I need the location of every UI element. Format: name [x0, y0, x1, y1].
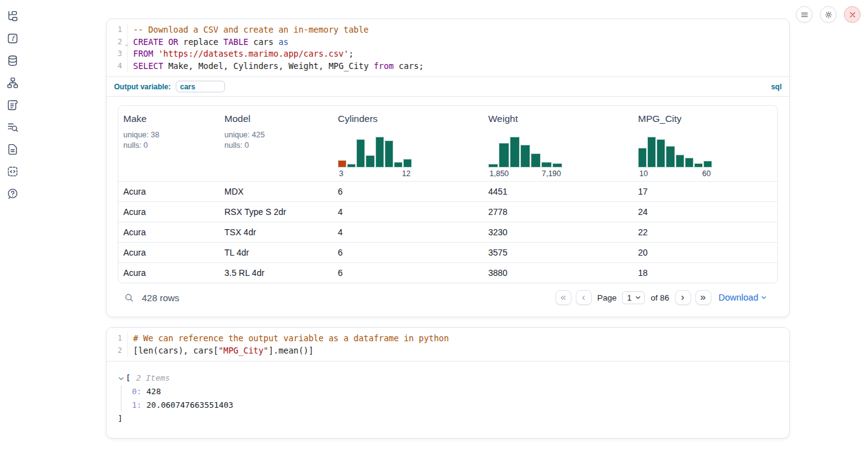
table-row[interactable]: Acura3.5 RL 4dr6388018 — [118, 262, 777, 283]
column-header-mpg_city[interactable]: MPG_City1060 — [633, 113, 777, 181]
first-page-button[interactable] — [555, 290, 571, 305]
code-text: SELECT Make, Model, Cylinders, Weight, M… — [128, 60, 424, 73]
code-line[interactable]: 1# We can reference the output variable … — [107, 333, 789, 345]
histogram-bar — [666, 146, 674, 168]
chevron-down-icon — [761, 294, 767, 301]
menu-button[interactable] — [796, 6, 813, 23]
code-line[interactable]: 2[len(cars), cars["MPG_City"].mean()] — [107, 345, 789, 357]
table-cell: 24 — [633, 207, 777, 217]
table-cell: Acura — [118, 187, 219, 196]
sidebar-item-document[interactable] — [4, 142, 21, 156]
code-line[interactable]: 4SELECT Make, Model, Cylinders, Weight, … — [107, 60, 789, 73]
table-cell: 4451 — [483, 187, 633, 196]
table-cell: 2778 — [483, 207, 633, 217]
table-row[interactable]: AcuraTSX 4dr4323022 — [118, 222, 777, 242]
logs-icon — [6, 121, 19, 134]
code-text: -- Download a CSV and create an in-memor… — [128, 24, 369, 36]
histogram-bar — [499, 143, 509, 168]
sidebar-item-dependency-graph[interactable] — [4, 75, 21, 90]
histogram-axis-labels: 1,8507,190 — [488, 169, 562, 178]
tree-entry-value: 20.060747663551403 — [142, 400, 234, 410]
row-count: 428 rows — [142, 293, 179, 303]
table-row[interactable]: AcuraMDX6445117 — [118, 181, 777, 201]
python-code-editor[interactable]: 1# We can reference the output variable … — [107, 328, 789, 361]
line-number: 2 — [107, 345, 128, 357]
topbar-controls — [796, 6, 861, 23]
tree-collapse-caret[interactable] — [118, 375, 125, 382]
histogram-bar — [520, 145, 530, 168]
sidebar-item-database[interactable] — [4, 53, 21, 68]
last-page-button[interactable] — [695, 290, 711, 305]
table-cell: 17 — [633, 187, 777, 196]
table-cell: 3575 — [483, 248, 633, 257]
sidebar-item-scratchpad[interactable] — [4, 97, 21, 112]
histogram-bar — [694, 163, 703, 168]
output-variable-label: Output variable: — [114, 83, 171, 91]
table-row[interactable]: AcuraRSX Type S 2dr4277824 — [118, 201, 777, 222]
table-cell: RSX Type S 2dr — [219, 207, 333, 217]
column-histogram[interactable]: 1,8507,190 — [488, 136, 562, 178]
column-header-model[interactable]: Modelunique: 425nulls: 0 — [219, 113, 333, 181]
document-icon — [6, 143, 19, 156]
table-cell: TL 4dr — [219, 248, 333, 257]
column-name: Model — [224, 113, 333, 124]
line-number: 3 — [107, 48, 128, 60]
tree-close-bracket: ] — [118, 412, 789, 426]
shutdown-button[interactable] — [844, 6, 861, 23]
sidebar-item-function[interactable]: f — [4, 31, 21, 46]
settings-button[interactable] — [820, 6, 837, 23]
table-row[interactable]: AcuraTL 4dr6357520 — [118, 242, 777, 262]
table-cell: Acura — [118, 268, 219, 278]
column-stats: unique: 38nulls: 0 — [123, 130, 219, 151]
gear-icon — [824, 10, 833, 19]
table-cell: 6 — [333, 187, 483, 196]
table-cell: MDX — [219, 187, 333, 196]
scratchpad-icon — [6, 99, 19, 111]
column-header-make[interactable]: Makeunique: 38nulls: 0 — [118, 113, 219, 181]
column-histogram[interactable]: 312 — [338, 136, 412, 178]
sidebar-item-file-tree[interactable] — [4, 9, 21, 23]
table-cell: Acura — [118, 248, 219, 257]
table-cell: 6 — [333, 268, 483, 278]
code-line[interactable]: 2⌄CREATE OR replace TABLE cars as — [107, 36, 789, 49]
line-number: 4 — [107, 60, 128, 73]
output-variable-input[interactable] — [176, 81, 225, 92]
table-cell: Acura — [118, 207, 219, 217]
sql-output-area: Makeunique: 38nulls: 0Modelunique: 425nu… — [107, 97, 789, 312]
download-label: Download — [719, 293, 759, 302]
histogram-bar — [703, 161, 712, 168]
column-histogram[interactable]: 1060 — [638, 136, 712, 178]
code-text: FROM 'https://datasets.marimo.app/cars.c… — [128, 48, 354, 60]
table-cell: 4 — [333, 227, 483, 237]
histogram-bar — [338, 160, 346, 168]
download-button[interactable]: Download — [719, 293, 768, 302]
chevron-down-icon — [635, 294, 641, 301]
table-cell: 3880 — [483, 268, 633, 278]
histogram-bar — [375, 137, 384, 168]
menu-icon — [800, 10, 809, 19]
prev-page-button[interactable] — [576, 290, 592, 305]
sql-code-editor[interactable]: 1-- Download a CSV and create an in-memo… — [107, 19, 789, 76]
next-page-button[interactable] — [675, 290, 691, 305]
dependency-graph-icon — [6, 76, 19, 89]
sidebar: f — [4, 9, 28, 201]
histogram-bar — [685, 158, 694, 168]
language-badge: sql — [771, 83, 782, 91]
column-header-cylinders[interactable]: Cylinders312 — [333, 113, 483, 181]
pagination: Page 1 of 86 — [555, 290, 711, 305]
column-header-weight[interactable]: Weight1,8507,190 — [483, 113, 633, 181]
page-select[interactable]: 1 — [622, 291, 645, 304]
line-number: 1 — [107, 24, 128, 36]
sidebar-item-snippets[interactable] — [4, 164, 21, 179]
line-number: 2⌄ — [107, 36, 128, 49]
tree-entry-value: 428 — [142, 387, 161, 396]
sidebar-item-logs[interactable] — [4, 119, 21, 134]
search-button[interactable] — [124, 293, 134, 303]
code-line[interactable]: 1-- Download a CSV and create an in-memo… — [107, 24, 789, 36]
code-line[interactable]: 3FROM 'https://datasets.marimo.app/cars.… — [107, 48, 789, 60]
histogram-bar — [676, 155, 684, 168]
histogram-bar — [488, 164, 498, 168]
data-table: Makeunique: 38nulls: 0Modelunique: 425nu… — [118, 105, 778, 283]
function-icon: f — [6, 32, 19, 45]
sidebar-item-help[interactable] — [4, 186, 21, 201]
